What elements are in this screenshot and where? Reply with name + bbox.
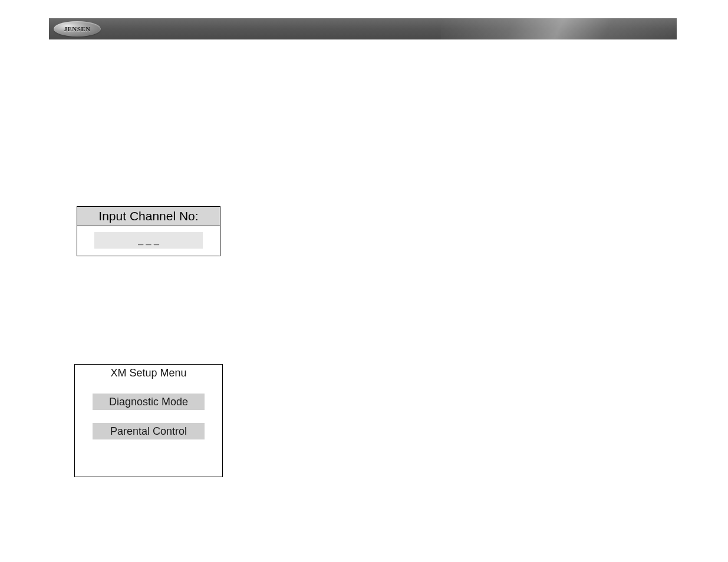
input-channel-title: Input Channel No: bbox=[77, 207, 220, 226]
header-bar: JENSEN bbox=[49, 18, 677, 39]
menu-item-diagnostic-mode[interactable]: Diagnostic Mode bbox=[93, 394, 205, 410]
menu-item-parental-control[interactable]: Parental Control bbox=[93, 423, 205, 439]
brand-logo: JENSEN bbox=[54, 21, 101, 37]
brand-logo-text: JENSEN bbox=[64, 25, 90, 32]
xm-setup-menu-items: Diagnostic Mode Parental Control bbox=[75, 383, 222, 439]
input-channel-field[interactable]: _ _ _ bbox=[94, 232, 203, 249]
xm-setup-menu-title: XM Setup Menu bbox=[75, 365, 222, 383]
input-channel-panel: Input Channel No: _ _ _ bbox=[77, 206, 220, 256]
input-channel-body: _ _ _ bbox=[77, 226, 220, 256]
xm-setup-menu-panel: XM Setup Menu Diagnostic Mode Parental C… bbox=[74, 364, 223, 477]
